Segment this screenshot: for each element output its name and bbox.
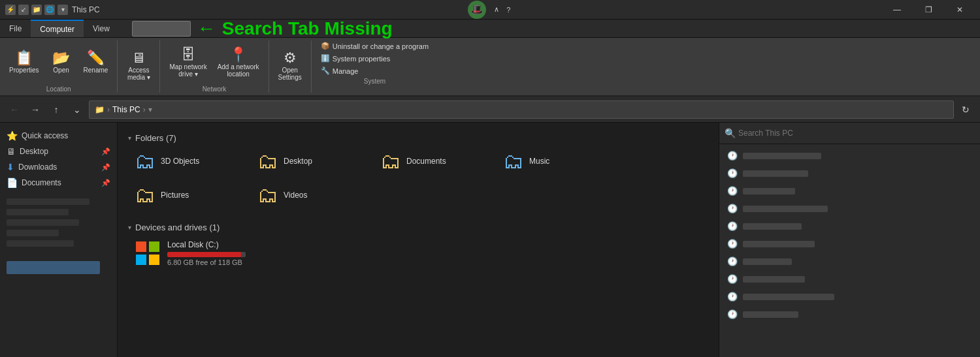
properties-button[interactable]: 📋 Properties <box>5 48 43 76</box>
pictures-folder-icon: 🗂 <box>135 185 155 206</box>
recent-locations-button[interactable]: ⌄ <box>68 101 86 119</box>
rename-button[interactable]: ✏️ Rename <box>80 48 112 76</box>
folder-item-3d-objects[interactable]: 🗂 3D Objects <box>128 147 246 176</box>
close-button[interactable]: ✕ <box>945 0 975 20</box>
folders-grid: 🗂 3D Objects 🗂 Desktop 🗂 Documents 🗂 Mus… <box>128 147 708 210</box>
search-panel: 🔍 🕐 🕐 🕐 🕐 🕐 <box>719 123 980 357</box>
ribbon-tabs: File Computer View ← Search Tab Missing <box>0 20 980 38</box>
refresh-button[interactable]: ↻ <box>956 101 975 119</box>
search-result-5[interactable]: 🕐 <box>719 217 980 235</box>
manage-button[interactable]: 🔧 Manage <box>317 65 433 76</box>
sidebar-item-documents[interactable]: 📄 Documents 📌 <box>0 175 117 191</box>
sidebar-item-downloads[interactable]: ⬇ Downloads 📌 <box>0 159 117 175</box>
search-result-9[interactable]: 🕐 <box>719 288 980 305</box>
address-bar-right: ↻ <box>956 101 975 119</box>
open-button[interactable]: 📂 Open <box>46 48 77 76</box>
back-history-icon[interactable]: ↙ <box>18 5 29 15</box>
ribbon-group-network: 🗄 Map networkdrive ▾ 📍 Add a networkloca… <box>160 40 269 93</box>
main-area: ⭐ Quick access 🖥 Desktop 📌 ⬇ Downloads 📌… <box>0 123 980 357</box>
properties-icon: 📋 <box>15 51 33 65</box>
sidebar-item-quick-access[interactable]: ⭐ Quick access <box>0 128 117 144</box>
access-media-button[interactable]: 🖥 Accessmedia ▾ <box>123 48 154 84</box>
folder-item-desktop[interactable]: 🗂 Desktop <box>251 147 368 176</box>
tab-computer[interactable]: Computer <box>31 20 84 37</box>
history-icon-4: 🕐 <box>727 204 738 213</box>
forward-button[interactable]: → <box>26 101 44 119</box>
search-result-3[interactable]: 🕐 <box>719 182 980 200</box>
system-properties-icon: ℹ️ <box>321 54 330 63</box>
search-icon: 🔍 <box>725 128 736 138</box>
missing-search-tab-placeholder <box>132 21 191 37</box>
access-media-icon: 🖥 <box>131 51 146 65</box>
folder-item-music[interactable]: 🗂 Music <box>497 147 614 176</box>
pin-desktop-icon: 📌 <box>101 147 110 156</box>
folder-item-videos[interactable]: 🗂 Videos <box>251 181 368 210</box>
restore-button[interactable]: ❐ <box>913 0 943 20</box>
open-settings-button[interactable]: ⚙ OpenSettings <box>274 48 306 84</box>
system-small-buttons: 📦 Uninstall or change a program ℹ️ Syste… <box>317 40 433 76</box>
properties-label: Properties <box>9 67 39 74</box>
history-icon-5: 🕐 <box>727 221 738 231</box>
folder-icon-small[interactable]: 📁 <box>31 5 42 15</box>
uninstall-button[interactable]: 📦 Uninstall or change a program <box>317 40 433 52</box>
minimize-button[interactable]: — <box>882 0 912 20</box>
tab-view[interactable]: View <box>84 20 119 37</box>
uninstall-icon: 📦 <box>321 42 330 50</box>
path-this-pc: This PC <box>112 105 140 114</box>
desktop-icon: 🖥 <box>7 146 16 157</box>
folder-item-documents[interactable]: 🗂 Documents <box>374 147 491 176</box>
drive-usage-bar <box>167 252 246 257</box>
search-input[interactable] <box>738 129 975 138</box>
question-mark-icon[interactable]: ? <box>503 5 514 15</box>
access-media-buttons: 🖥 Accessmedia ▾ <box>123 40 154 91</box>
dropdown-arrow-icon[interactable]: ▾ <box>57 5 68 15</box>
uninstall-label: Uninstall or change a program <box>333 42 429 50</box>
network-icon-small[interactable]: 🌐 <box>44 5 55 15</box>
search-result-1[interactable]: 🕐 <box>719 147 980 164</box>
history-icon-3: 🕐 <box>727 186 738 196</box>
title-bar-icons: ⚡ ↙ 📁 🌐 ▾ <box>5 5 68 15</box>
search-results-list: 🕐 🕐 🕐 🕐 🕐 🕐 <box>719 144 980 357</box>
quick-access-star-icon: ⭐ <box>7 131 18 141</box>
annotation-text: Search Tab Missing <box>222 18 393 39</box>
drive-item-local-disk[interactable]: Local Disk (C:) 6.80 GB free of 118 GB <box>128 236 272 270</box>
up-button[interactable]: ↑ <box>47 101 65 119</box>
search-result-8[interactable]: 🕐 <box>719 270 980 288</box>
sidebar-item-desktop[interactable]: 🖥 Desktop 📌 <box>0 144 117 159</box>
folders-section-label: Folders (7) <box>135 133 176 143</box>
search-result-2[interactable]: 🕐 <box>719 164 980 182</box>
back-button[interactable]: ← <box>5 101 24 119</box>
search-result-6[interactable]: 🕐 <box>719 235 980 253</box>
chevron-up-icon[interactable]: ∧ <box>491 5 502 15</box>
map-network-drive-button[interactable]: 🗄 Map networkdrive ▾ <box>165 45 210 80</box>
rename-label: Rename <box>84 67 108 74</box>
add-network-location-button[interactable]: 📍 Add a networklocation <box>214 45 263 80</box>
open-settings-buttons: ⚙ OpenSettings <box>274 40 306 91</box>
search-result-7[interactable]: 🕐 <box>719 253 980 270</box>
address-path[interactable]: 📁 › This PC › ▾ <box>89 101 954 119</box>
network-buttons: 🗄 Map networkdrive ▾ 📍 Add a networkloca… <box>165 40 263 84</box>
quick-access-icon[interactable]: ⚡ <box>5 5 16 15</box>
downloads-label: Downloads <box>18 163 57 172</box>
settings-icon: ⚙ <box>284 51 297 65</box>
downloads-icon: ⬇ <box>7 162 14 172</box>
search-result-4[interactable]: 🕐 <box>719 200 980 217</box>
sidebar-documents-left: 📄 Documents <box>7 178 61 188</box>
desktop-folder-icon: 🗂 <box>257 151 278 172</box>
tab-file[interactable]: File <box>0 20 31 37</box>
result-text-6 <box>743 241 815 247</box>
search-result-10[interactable]: 🕐 <box>719 305 980 323</box>
file-area: ▾ Folders (7) 🗂 3D Objects 🗂 Desktop 🗂 D… <box>118 123 719 357</box>
result-text-5 <box>743 223 802 230</box>
system-properties-button[interactable]: ℹ️ System properties <box>317 53 433 64</box>
folder-item-pictures[interactable]: 🗂 Pictures <box>128 181 246 210</box>
pin-documents-icon: 📌 <box>101 179 110 187</box>
folders-chevron-icon[interactable]: ▾ <box>128 134 131 142</box>
pin-downloads-icon: 📌 <box>101 163 110 172</box>
drives-chevron-icon[interactable]: ▾ <box>128 224 131 231</box>
add-location-label: Add a networklocation <box>218 63 259 78</box>
annotation-arrow: ← <box>197 20 216 38</box>
music-folder-label: Music <box>529 157 549 166</box>
access-media-label: Accessmedia ▾ <box>127 67 150 81</box>
path-chevron[interactable]: ▾ <box>148 105 152 114</box>
